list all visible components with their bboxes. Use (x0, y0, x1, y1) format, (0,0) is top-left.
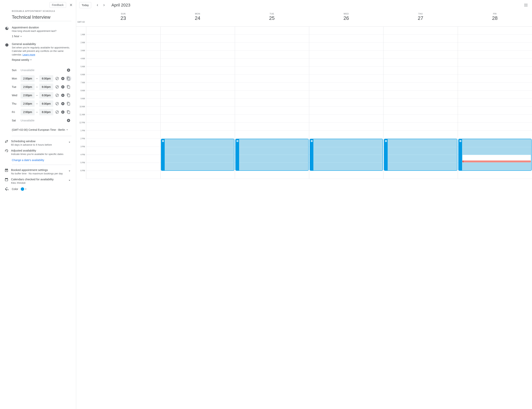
day-label: Sat (12, 119, 21, 122)
start-time-input[interactable] (21, 84, 35, 90)
unavailable-icon[interactable] (54, 76, 60, 81)
appointment-slot[interactable] (314, 139, 382, 147)
day-header[interactable]: SUN23 (86, 10, 160, 27)
day-column[interactable] (160, 27, 234, 179)
busy-event[interactable] (462, 160, 531, 162)
appointment-slot[interactable] (462, 155, 531, 162)
add-slot-icon[interactable] (60, 76, 66, 81)
booked-settings-row[interactable]: Booked appointment settings No buffer ti… (5, 167, 72, 177)
day-column[interactable] (383, 27, 458, 179)
appointment-slot[interactable] (462, 147, 531, 155)
learn-more-link[interactable]: Learn more (22, 53, 35, 56)
appointment-slot[interactable] (165, 155, 234, 162)
appointment-block[interactable] (458, 139, 532, 171)
end-time-input[interactable] (39, 84, 53, 90)
appointment-slot[interactable] (165, 147, 234, 155)
appointment-slot[interactable] (240, 155, 308, 162)
appointment-slot[interactable] (462, 139, 531, 147)
availability-row: SunUnavailable (12, 66, 72, 74)
day-column[interactable] (86, 27, 160, 179)
unavailable-icon[interactable] (54, 93, 60, 98)
repeat-select[interactable]: Repeat weekly▾ (12, 58, 31, 61)
duration-select[interactable]: 1 hour▾ (12, 35, 21, 38)
appointment-slot[interactable] (240, 163, 308, 170)
svg-point-0 (524, 4, 525, 4)
schedule-title-input[interactable] (12, 14, 72, 21)
end-time-input[interactable] (39, 101, 53, 107)
calendar-header: Today April 2023 (76, 0, 532, 10)
tz-gutter: GMT+02 (76, 10, 86, 27)
appointment-slot[interactable] (314, 155, 382, 162)
appointment-slot[interactable] (388, 155, 456, 162)
add-slot-icon[interactable] (60, 93, 66, 98)
availability-row: Thu– (12, 100, 72, 108)
feedback-button[interactable]: Feedback (50, 2, 66, 8)
start-time-input[interactable] (21, 75, 35, 82)
scheduling-window-row[interactable]: Scheduling window 60 days in advance to … (5, 138, 72, 148)
day-header[interactable]: FRI28 (458, 10, 532, 27)
day-column[interactable] (309, 27, 383, 179)
calendars-checked-row[interactable]: Calendars checked for availability Kleo … (5, 177, 72, 186)
end-time-input[interactable] (39, 109, 53, 115)
day-column[interactable] (458, 27, 532, 179)
close-icon[interactable] (68, 1, 74, 8)
clock-icon (5, 43, 9, 47)
appointment-block[interactable] (384, 139, 457, 171)
appointment-slot[interactable] (462, 163, 531, 170)
appointment-slot[interactable] (314, 163, 382, 170)
chevron-down-icon (68, 140, 72, 144)
duration-sub: How long should each appointment last? (12, 29, 72, 33)
copy-icon[interactable] (66, 76, 72, 81)
month-title: April 2023 (111, 3, 130, 8)
hour-label: 6 PM (76, 170, 86, 178)
start-time-input[interactable] (21, 109, 35, 115)
appointment-slot[interactable] (388, 139, 456, 147)
availability-row: Fri– (12, 108, 72, 116)
timezone-select[interactable]: (GMT+02:00) Central European Time - Berl… (12, 128, 68, 131)
appointment-slot[interactable] (388, 163, 456, 170)
appointment-slot[interactable] (314, 147, 382, 155)
appointment-slot[interactable] (165, 139, 234, 147)
unavailable-icon[interactable] (54, 84, 60, 90)
next-week-button[interactable] (101, 2, 107, 8)
end-time-input[interactable] (39, 92, 53, 99)
appointment-block[interactable] (161, 139, 234, 171)
add-slot-icon[interactable] (60, 109, 66, 115)
day-header[interactable]: TUE25 (235, 10, 309, 27)
hour-label: 6 AM (76, 74, 86, 82)
appointment-slot[interactable] (240, 147, 308, 155)
copy-icon[interactable] (66, 109, 72, 115)
color-select[interactable]: ▾ (21, 187, 26, 191)
event-available-icon (5, 168, 8, 173)
appointment-slot[interactable] (240, 139, 308, 147)
day-header[interactable]: THU27 (383, 10, 458, 27)
unavailable-icon[interactable] (54, 101, 60, 107)
end-time-input[interactable] (39, 75, 53, 82)
day-header[interactable]: MON24 (160, 10, 234, 27)
unavailable-icon[interactable] (54, 109, 60, 115)
copy-icon[interactable] (66, 93, 72, 98)
copy-icon[interactable] (66, 101, 72, 107)
today-button[interactable]: Today (79, 2, 91, 8)
start-time-input[interactable] (21, 101, 35, 107)
day-header[interactable]: WED26 (309, 10, 383, 27)
appointment-block[interactable] (310, 139, 383, 171)
appointment-slot[interactable] (165, 163, 234, 170)
day-label: Mon (12, 77, 21, 80)
start-time-input[interactable] (21, 92, 35, 99)
add-slot-icon[interactable] (66, 67, 72, 73)
day-column[interactable] (235, 27, 309, 179)
change-date-link[interactable]: Change a date's availability (12, 158, 44, 162)
appointment-block[interactable] (235, 139, 309, 171)
add-slot-icon[interactable] (66, 118, 72, 123)
svg-point-4 (525, 5, 526, 5)
copy-icon[interactable] (66, 84, 72, 90)
apps-icon[interactable] (523, 2, 529, 8)
add-slot-icon[interactable] (60, 84, 66, 90)
day-label: Wed (12, 94, 21, 97)
add-slot-icon[interactable] (60, 101, 66, 107)
prev-week-button[interactable] (94, 2, 100, 8)
hour-label: 1 AM (76, 34, 86, 42)
unavailable-text: Unavailable (21, 119, 35, 122)
appointment-slot[interactable] (388, 147, 456, 155)
